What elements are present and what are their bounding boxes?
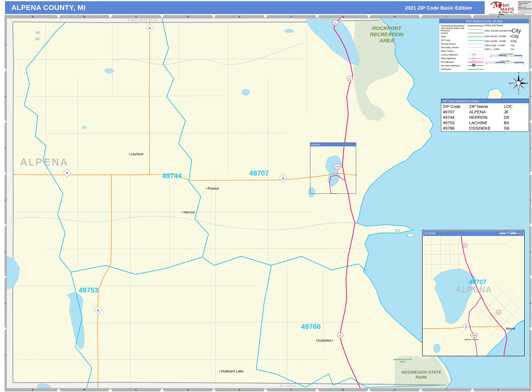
town-label-lachine: Lachine bbox=[129, 152, 143, 156]
compass-rose-icon: N S W E bbox=[509, 72, 528, 94]
zip-index-panel: ZIP Code Index/Grid Locator ZIP CodeZIP … bbox=[441, 99, 529, 132]
town-label-paxton: Paxton bbox=[206, 186, 219, 191]
city-class-label: Cities 50,000 - 99,999 bbox=[485, 35, 510, 37]
zip-label-49707: 49707 bbox=[241, 169, 277, 177]
grid-number: 7 bbox=[529, 354, 532, 356]
scale-kilometers: Scale in Kilometers 012 bbox=[490, 53, 522, 58]
grid-letter: F bbox=[288, 15, 294, 19]
map-poster-page: ALPENA COUNTY, MI 2021 ZIP Code Basic Ed… bbox=[0, 0, 532, 392]
city-class-label: Cities 1 - 4,999 bbox=[485, 48, 510, 50]
legend-item-label: US Highways bbox=[441, 61, 468, 63]
grid-ruler-bottom: A B C D E F G H I J bbox=[7, 388, 529, 391]
legend-item-label: County Highways bbox=[441, 54, 468, 56]
svg-text:N: N bbox=[518, 72, 519, 74]
inset-title: ALPENA bbox=[424, 232, 435, 235]
legend-item-label: Interstate Highways bbox=[441, 64, 468, 67]
city-inset-map: ALPENA Scale in Miles 0.25.5 49707 ALPEN… bbox=[422, 230, 525, 356]
legend-panel: 2021 Alpena County, MI Map International… bbox=[439, 19, 529, 72]
contact-box: CALL US TOLL FREE! 1-888-434-MAPS (6277)… bbox=[518, 1, 532, 14]
grid-number: 7 bbox=[5, 354, 7, 356]
legend-item-label: Secondary Streets bbox=[441, 46, 468, 49]
grid-number: 4 bbox=[5, 199, 7, 201]
town-dot bbox=[182, 212, 183, 213]
marketmaps-logo: M arket MAPS On Target. On Time. America… bbox=[489, 0, 518, 15]
grid-letter: F bbox=[288, 388, 294, 391]
contact-phone: 1-888-434-MAPS (6277) bbox=[518, 3, 531, 6]
park-label-negwegon-small: NEGWEGON STATE PARK bbox=[393, 358, 412, 363]
zip-index-cell: ALPENA bbox=[469, 109, 504, 115]
us-highway-shield: 123 bbox=[472, 61, 476, 64]
us23br-shield: 23-BR bbox=[333, 164, 341, 169]
town-label-herron: Herron bbox=[182, 210, 195, 215]
grid-number: 3 bbox=[5, 147, 7, 149]
legend-line-items: International Boundaries International S… bbox=[441, 24, 484, 71]
city-extent-title: ALPENA bbox=[310, 143, 356, 146]
town-label-hubbard-lake: Hubbard Lake bbox=[219, 369, 244, 373]
grid-letter: G bbox=[340, 15, 346, 19]
city-extent-box: ALPENA 23-BR bbox=[310, 142, 356, 194]
grid-letter: C bbox=[133, 388, 139, 391]
zip-index-header: LOC bbox=[504, 104, 529, 109]
town-dot bbox=[206, 188, 207, 189]
svg-text:S: S bbox=[518, 92, 519, 94]
zip-index-header: ZIP Name bbox=[469, 104, 504, 109]
zip-label-49753: 49753 bbox=[70, 286, 107, 294]
zip-index-cell: 49707 bbox=[443, 109, 469, 115]
park-label-rockport: ROCKPORT RECREATION AREA bbox=[366, 25, 408, 44]
town-label-ossineke: Ossineke bbox=[316, 338, 333, 343]
city-class-label: Cities 100,000 and Above bbox=[485, 30, 510, 32]
neighbor-county-north: PRESQUE ISLE bbox=[111, 19, 176, 22]
legend-item-label: State bbox=[441, 35, 468, 38]
legend-item-label: County bbox=[441, 32, 468, 34]
grid-letter: J bbox=[495, 15, 501, 19]
grid-letter: H bbox=[392, 15, 398, 19]
contact-email-label: EMAIL US AT: bbox=[518, 7, 531, 8]
zip-index-title: ZIP Code Index/Grid Locator bbox=[441, 99, 529, 103]
inset-town-label: Alpena bbox=[506, 327, 515, 330]
zip-index-cell: LACHINE bbox=[469, 120, 504, 126]
grid-letter: D bbox=[185, 15, 191, 19]
grid-letter: A bbox=[30, 15, 36, 19]
grid-letter: C bbox=[133, 15, 139, 19]
town-dot bbox=[332, 340, 333, 341]
cities-header: Cities and Towns bbox=[485, 24, 528, 27]
scale-miles: Scale in Miles 012 bbox=[486, 60, 524, 65]
grid-letter: I bbox=[443, 15, 449, 19]
grid-letter: B bbox=[81, 388, 87, 391]
legend-item-label: Minor Streets bbox=[441, 50, 468, 52]
interstate-shield: 123 bbox=[472, 64, 475, 67]
legend-cities: Cities and Towns Cities 100,000 and Abov… bbox=[485, 24, 528, 65]
map-canvas: PRESQUE ISLE ALCONA ALPENA 49707 49744 4… bbox=[7, 19, 529, 388]
zip-index-cell: J6 bbox=[504, 109, 529, 115]
inset-zip-label: 49707 bbox=[461, 278, 494, 285]
city-class-label: Cities 5,000 - 24,999 bbox=[485, 44, 510, 47]
neighbor-county-south: ALCONA bbox=[280, 384, 296, 387]
grid-number: 5 bbox=[529, 250, 532, 253]
zip-index-cell: D5 bbox=[504, 115, 529, 120]
inset-junction-label: Alpena Junction bbox=[464, 338, 478, 341]
grid-letter: A bbox=[30, 388, 36, 391]
legend-item-label: Toll Roads bbox=[441, 68, 468, 70]
contact-email: mapsales@MarketMAPS.com bbox=[518, 8, 531, 10]
grid-letter: D bbox=[185, 388, 191, 391]
state-highway-shield: 123 bbox=[472, 57, 475, 60]
park-label-negwegon: NEGWEGON STATE PARK bbox=[399, 370, 444, 380]
legend-item-label: International States and Provinces bbox=[441, 27, 468, 32]
grid-letter: B bbox=[81, 15, 87, 19]
zip-label-49766: 49766 bbox=[293, 322, 329, 331]
grid-letter: I bbox=[443, 388, 449, 391]
svg-text:W: W bbox=[509, 82, 510, 84]
header-bar: ALPENA COUNTY, MI 2021 ZIP Code Basic Ed… bbox=[5, 1, 485, 14]
zip-index-cell: B4 bbox=[504, 120, 529, 126]
inset-city-label: ALPENA bbox=[451, 285, 496, 294]
zip-label-49744: 49744 bbox=[154, 172, 190, 180]
inset-scale: Scale in Miles 0.25.5 bbox=[499, 231, 522, 235]
grid-letter: E bbox=[237, 388, 243, 391]
grid-number: 2 bbox=[5, 95, 7, 98]
grid-number: 4 bbox=[529, 199, 532, 201]
grid-letter: H bbox=[392, 388, 398, 391]
grid-number: 5 bbox=[5, 250, 7, 253]
page-title: ALPENA COUNTY, MI bbox=[11, 3, 86, 12]
legend-item-label: ZIP Code bbox=[441, 39, 468, 42]
legend-item-label: Primary Streets bbox=[441, 43, 468, 45]
